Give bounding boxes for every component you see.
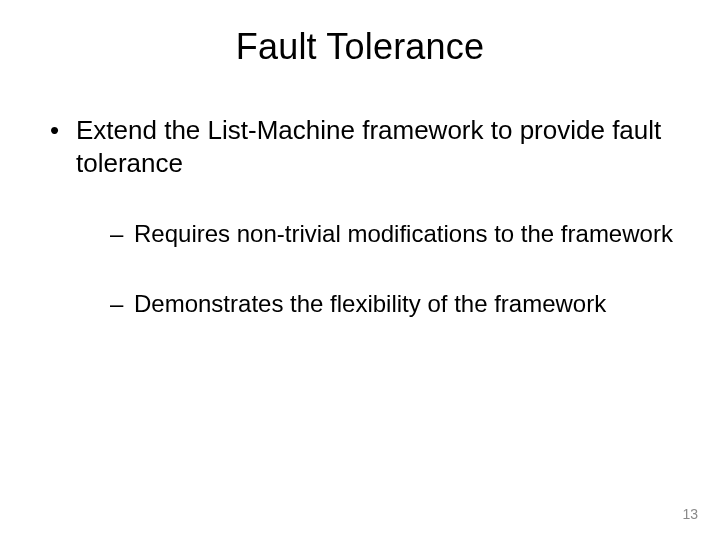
bullet-list-level2: Requires non-trivial modifications to th…: [76, 219, 680, 319]
page-number: 13: [682, 506, 698, 522]
slide-title: Fault Tolerance: [40, 26, 680, 68]
bullet-list-level1: Extend the List-Machine framework to pro…: [40, 114, 680, 319]
slide: Fault Tolerance Extend the List-Machine …: [0, 0, 720, 540]
list-item: Demonstrates the flexibility of the fram…: [110, 289, 680, 319]
bullet-text: Requires non-trivial modifications to th…: [134, 220, 673, 247]
list-item: Extend the List-Machine framework to pro…: [50, 114, 680, 319]
slide-content: Extend the List-Machine framework to pro…: [40, 114, 680, 319]
bullet-text: Demonstrates the flexibility of the fram…: [134, 290, 606, 317]
list-item: Requires non-trivial modifications to th…: [110, 219, 680, 249]
bullet-text: Extend the List-Machine framework to pro…: [76, 115, 661, 178]
